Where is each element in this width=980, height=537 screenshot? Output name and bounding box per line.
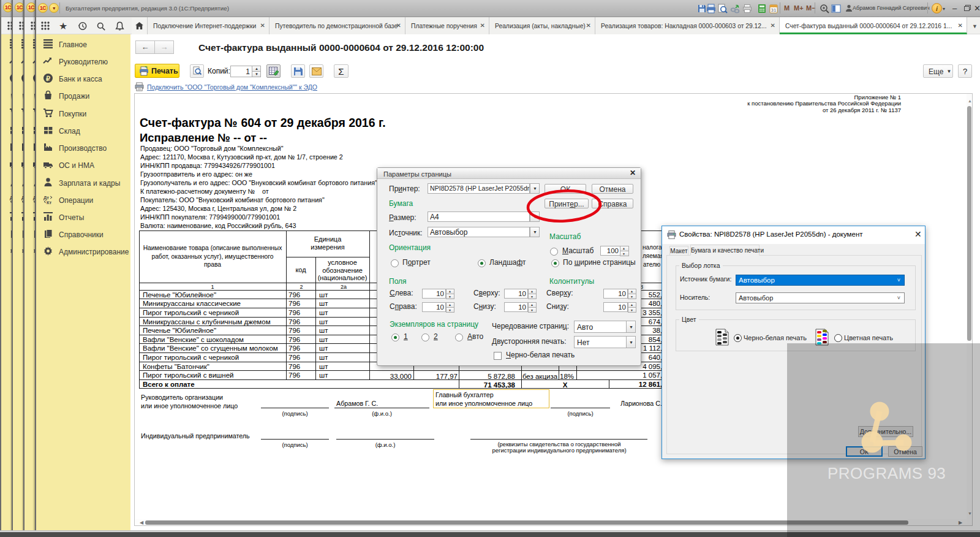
svg-text:Кт: Кт — [47, 200, 52, 205]
svg-text:31: 31 — [771, 7, 777, 13]
svg-text:₽: ₽ — [46, 75, 50, 82]
